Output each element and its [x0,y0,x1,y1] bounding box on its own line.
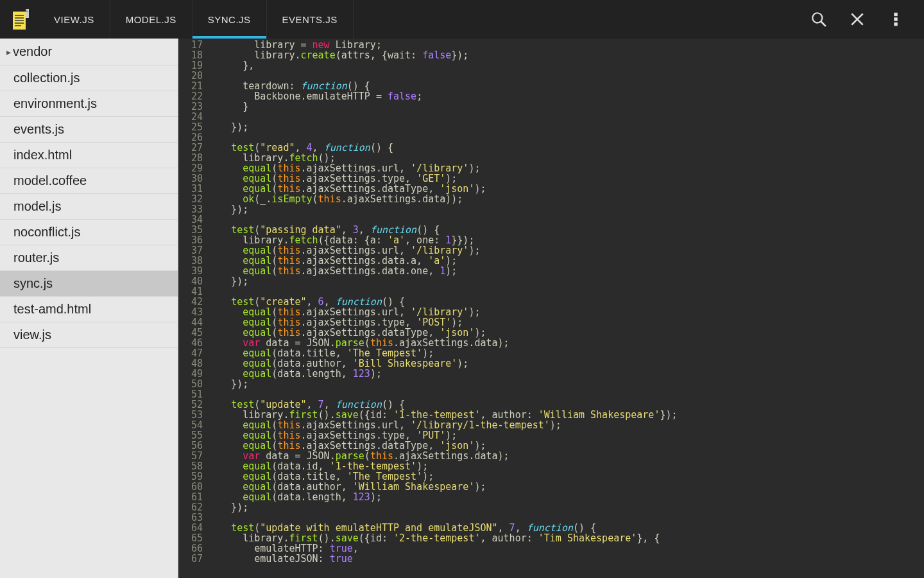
tab-sync-js[interactable]: SYNC.JS [193,0,267,39]
line-number: 49 [178,369,203,379]
file-item[interactable]: model.coffee [0,168,178,194]
line-number: 60 [178,482,203,492]
file-item[interactable]: noconflict.js [0,220,178,245]
file-item[interactable]: events.js [0,117,178,143]
code-line: library.fetch({data: {a: 'a', one: 1}}); [208,235,924,245]
line-number: 50 [178,379,203,389]
file-item[interactable]: test-amd.html [0,297,178,322]
app-icon[interactable] [0,0,38,39]
line-number: 34 [178,215,203,225]
svg-rect-4 [894,13,897,15]
code-line: equal(data.title, 'The Tempest'); [208,348,924,358]
code-line: }); [208,122,924,132]
code-line: }); [208,204,924,215]
tab-view-js[interactable]: VIEW.JS [38,0,110,39]
line-number: 61 [178,492,203,502]
toolbar: VIEW.JSMODEL.JSSYNC.JSEVENTS.JS [0,0,924,39]
file-item[interactable]: view.js [0,322,178,348]
code-line: emulateHTTP: true, [208,543,924,554]
line-number: 28 [178,153,203,163]
code-line: library = new Library; [208,40,924,50]
file-item[interactable]: sync.js [0,271,178,297]
code-line: test("create", 6, function() { [208,297,924,307]
code-area[interactable]: library = new Library; library.create(at… [208,39,924,578]
file-sidebar: ▸ vendor collection.jsenvironment.jseven… [0,39,178,578]
line-number: 51 [178,389,203,399]
toolbar-actions [800,0,924,39]
svg-rect-6 [894,22,897,25]
search-button[interactable] [800,0,838,39]
svg-point-0 [812,13,822,22]
code-line: equal(this.ajaxSettings.data.one, 1); [208,266,924,276]
line-number: 20 [178,71,203,81]
tab-events-js[interactable]: EVENTS.JS [267,0,354,39]
line-number: 29 [178,163,203,173]
code-line: library.create(attrs, {wait: false}); [208,50,924,60]
code-line: equal(this.ajaxSettings.url, '/library/1… [208,420,924,430]
code-line: equal(this.ajaxSettings.dataType, 'json'… [208,184,924,194]
line-number: 22 [178,91,203,101]
code-line: }, [208,60,924,71]
folder-label: vendor [13,44,52,59]
code-line: equal(this.ajaxSettings.url, '/library')… [208,163,924,173]
code-line: teardown: function() { [208,81,924,91]
code-line: emulateJSON: true [208,554,924,564]
line-number: 19 [178,60,203,71]
code-line: var data = JSON.parse(this.ajaxSettings.… [208,338,924,348]
line-number: 67 [178,554,203,564]
line-number: 53 [178,410,203,420]
code-line: Backbone.emulateHTTP = false; [208,91,924,101]
search-icon [810,11,827,28]
code-line: equal(this.ajaxSettings.data.a, 'a'); [208,256,924,266]
code-line: ok(_.isEmpty(this.ajaxSettings.data)); [208,194,924,204]
code-line [208,132,924,143]
code-line: equal(data.id, '1-the-tempest'); [208,461,924,471]
code-line [208,286,924,297]
code-line [208,215,924,225]
code-line: equal(this.ajaxSettings.type, 'GET'); [208,173,924,184]
line-number: 27 [178,143,203,153]
code-line: equal(data.length, 123); [208,492,924,502]
line-number: 48 [178,358,203,369]
file-item[interactable]: collection.js [0,66,178,91]
folder-item[interactable]: ▸ vendor [0,39,178,66]
file-item[interactable]: index.html [0,143,178,168]
code-line [208,112,924,122]
line-number: 37 [178,245,203,256]
overflow-menu-button[interactable] [877,0,915,39]
code-line: library.fetch(); [208,153,924,163]
line-number: 32 [178,194,203,204]
code-line: equal(this.ajaxSettings.type, 'PUT'); [208,430,924,441]
code-line: }); [208,276,924,286]
file-item[interactable]: model.js [0,194,178,220]
code-line: var data = JSON.parse(this.ajaxSettings.… [208,451,924,461]
line-number: 26 [178,132,203,143]
more-vertical-icon [887,11,904,28]
line-number: 55 [178,430,203,441]
line-number: 63 [178,512,203,523]
code-line: equal(data.title, 'The Tempest'); [208,471,924,482]
code-line: }); [208,502,924,512]
code-line: equal(this.ajaxSettings.dataType, 'json'… [208,328,924,338]
code-editor[interactable]: 1718192021222324252627282930313233343536… [178,39,924,578]
close-icon [849,11,866,28]
file-item[interactable]: environment.js [0,91,178,117]
line-number: 41 [178,286,203,297]
close-button[interactable] [838,0,877,39]
code-line: equal(this.ajaxSettings.type, 'POST'); [208,317,924,328]
line-number: 65 [178,533,203,543]
line-number: 57 [178,451,203,461]
line-number: 18 [178,50,203,60]
svg-line-1 [821,21,826,26]
line-number: 40 [178,276,203,286]
file-item[interactable]: router.js [0,245,178,271]
line-number: 59 [178,471,203,482]
line-number: 39 [178,266,203,276]
line-number: 47 [178,348,203,358]
line-number: 66 [178,543,203,554]
line-number: 56 [178,441,203,451]
tab-model-js[interactable]: MODEL.JS [110,0,193,39]
line-number: 52 [178,399,203,410]
content: ▸ vendor collection.jsenvironment.jseven… [0,39,924,578]
line-number: 25 [178,122,203,132]
